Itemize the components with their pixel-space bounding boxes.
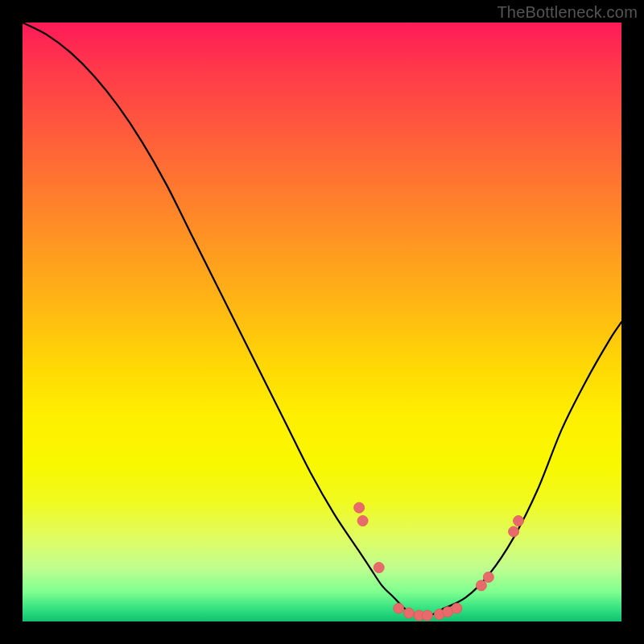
curve-marker bbox=[374, 563, 384, 573]
curve-marker bbox=[422, 610, 432, 621]
bottleneck-curve bbox=[23, 23, 621, 616]
curve-marker bbox=[514, 516, 524, 526]
curve-marker bbox=[509, 526, 519, 537]
curve-marker bbox=[394, 603, 404, 613]
watermark-text: TheBottleneck.com bbox=[497, 3, 638, 22]
curve-marker bbox=[476, 580, 486, 591]
curve-marker bbox=[354, 502, 365, 513]
chart-frame: TheBottleneck.com bbox=[0, 0, 644, 644]
curve-marker bbox=[403, 608, 414, 618]
curve-marker bbox=[357, 516, 368, 526]
curve-marker bbox=[483, 572, 493, 582]
chart-svg bbox=[23, 23, 621, 621]
curve-marker bbox=[452, 603, 462, 613]
